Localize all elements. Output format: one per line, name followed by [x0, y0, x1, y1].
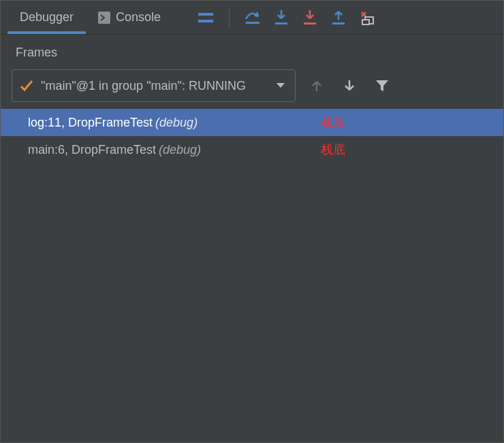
tab-debugger-label: Debugger: [20, 10, 74, 24]
debug-panel: Debugger Console: [0, 0, 504, 443]
tab-debugger[interactable]: Debugger: [7, 1, 86, 34]
frame-hint: (debug): [159, 143, 201, 157]
step-out-icon[interactable]: [326, 5, 351, 30]
force-step-into-icon[interactable]: [298, 5, 322, 30]
svg-rect-1: [198, 13, 213, 16]
layout-icon[interactable]: [193, 5, 218, 30]
drop-frame-icon[interactable]: [355, 5, 379, 30]
svg-rect-6: [332, 22, 345, 24]
prev-frame-arrow: [305, 74, 328, 97]
svg-rect-3: [246, 22, 259, 24]
chevron-down-icon: [276, 82, 285, 89]
step-over-icon[interactable]: [240, 5, 265, 30]
frame-list: log:11, DropFrameTest (debug) 栈顶 main:6,…: [1, 109, 503, 442]
frame-text: main:6, DropFrameTest: [28, 143, 156, 157]
separator: [229, 7, 230, 28]
thread-text: "main"@1 in group "main": RUNNING: [41, 79, 246, 93]
svg-rect-4: [275, 22, 287, 24]
tab-console[interactable]: Console: [86, 1, 173, 34]
svg-rect-2: [198, 20, 213, 22]
toolbar: [193, 1, 379, 34]
step-into-icon[interactable]: [269, 5, 294, 30]
frame-row[interactable]: main:6, DropFrameTest (debug) 栈底: [1, 136, 503, 163]
svg-rect-5: [304, 22, 316, 24]
frames-label: Frames: [1, 35, 503, 69]
tab-bar: Debugger Console: [1, 1, 503, 35]
next-frame-arrow[interactable]: [338, 74, 361, 97]
frame-row[interactable]: log:11, DropFrameTest (debug) 栈顶: [1, 109, 503, 136]
filter-icon[interactable]: [371, 74, 394, 97]
frame-annotation: 栈底: [321, 142, 345, 158]
terminal-icon: [98, 12, 110, 24]
frame-text: log:11, DropFrameTest: [28, 116, 153, 130]
frame-annotation: 栈顶: [321, 114, 345, 131]
check-icon: [19, 78, 34, 93]
svg-rect-8: [362, 20, 369, 24]
tab-console-label: Console: [116, 10, 161, 24]
thread-selector[interactable]: "main"@1 in group "main": RUNNING: [12, 69, 296, 102]
frame-hint: (debug): [155, 116, 198, 130]
thread-row: "main"@1 in group "main": RUNNING: [1, 69, 503, 109]
